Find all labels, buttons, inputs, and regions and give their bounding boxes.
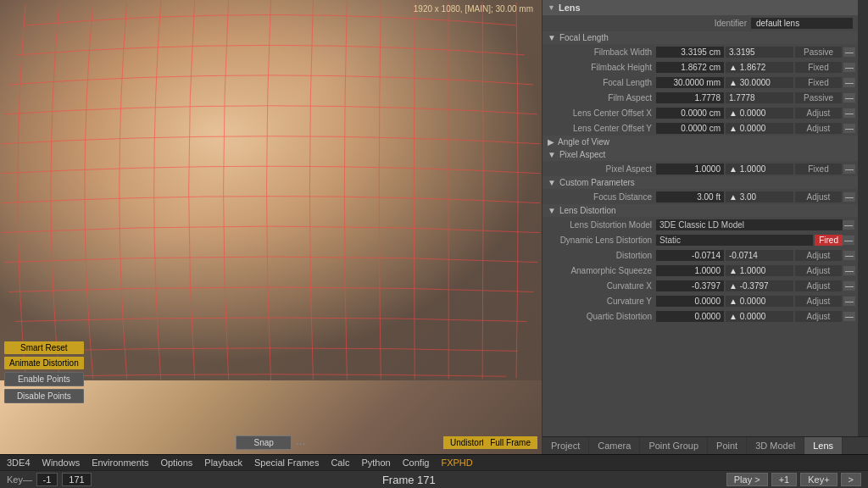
snap-button[interactable]: Snap xyxy=(236,435,291,450)
plus-one-button[interactable]: +1 xyxy=(771,473,798,486)
tab-point[interactable]: Point xyxy=(708,437,747,454)
lens-center-y-value1[interactable]: 0.0000 cm xyxy=(656,123,724,134)
focal-length-btn[interactable]: — xyxy=(843,78,855,87)
pixel-aspect-value2[interactable]: ▲ 1.0000 xyxy=(726,164,793,175)
menu-config[interactable]: Config xyxy=(400,457,432,469)
focus-distance-btn[interactable]: — xyxy=(843,192,855,202)
filmback-height-value1[interactable]: 1.8672 cm xyxy=(656,62,724,73)
lens-center-y-btn[interactable]: — xyxy=(843,124,855,133)
smart-reset-button[interactable]: Smart Reset xyxy=(4,341,84,354)
anamorphic-row: Anamorphic Squeeze 1.0000 ▲ 1.0000 Adjus… xyxy=(542,263,858,278)
film-aspect-btn[interactable]: — xyxy=(843,93,855,103)
lens-center-x-value1[interactable]: 0.0000 cm xyxy=(656,108,724,119)
curvature-y-mode[interactable]: Adjust xyxy=(795,296,842,307)
tab-3d-model[interactable]: 3D Model xyxy=(747,437,804,454)
bottom-bar: Key— Frame 171 Play > +1 Key+ > xyxy=(0,470,868,488)
distortion-value2[interactable]: -0.0714 xyxy=(726,250,793,261)
enable-points-button[interactable]: Enable Points xyxy=(4,372,84,386)
film-aspect-value1[interactable]: 1.7778 xyxy=(656,92,724,103)
focus-distance-mode[interactable]: Adjust xyxy=(795,191,842,202)
viewport-label: 1920 x 1080, [MAIN]; 30.00 mm xyxy=(414,4,533,14)
right-panel-scrollbar[interactable] xyxy=(858,0,868,436)
identifier-value[interactable]: default lens xyxy=(751,18,853,29)
tab-lens[interactable]: Lens xyxy=(804,437,843,454)
key-plus-button[interactable]: Key+ xyxy=(800,473,837,486)
lens-center-y-value2[interactable]: ▲ 0.0000 xyxy=(726,123,793,134)
pixel-aspect-btn[interactable]: — xyxy=(843,164,855,174)
curvature-x-value1[interactable]: -0.3797 xyxy=(656,280,724,291)
focal-length-value1[interactable]: 30.0000 mm xyxy=(656,77,724,88)
pixel-aspect-mode[interactable]: Fixed xyxy=(795,164,842,175)
quartic-value1[interactable]: 0.0000 xyxy=(656,311,724,322)
focus-distance-row: Focus Distance 3.00 ft ▲ 3.00 Adjust — xyxy=(542,189,858,204)
filmback-height-value2[interactable]: ▲ 1.8672 xyxy=(726,62,793,73)
tab-camera[interactable]: Camera xyxy=(589,437,640,454)
distortion-btn[interactable]: — xyxy=(843,251,855,260)
focus-distance-value1[interactable]: 3.00 ft xyxy=(656,191,724,202)
menu-windows[interactable]: Windows xyxy=(40,457,83,469)
focal-length-mode[interactable]: Fixed xyxy=(795,77,842,88)
menu-fxphd[interactable]: FXPHD xyxy=(438,457,475,469)
curvature-x-mode[interactable]: Adjust xyxy=(795,280,842,291)
lens-distortion-model-value[interactable]: 3DE Classic LD Model xyxy=(656,219,843,230)
anamorphic-value1[interactable]: 1.0000 xyxy=(656,265,724,276)
menu-options[interactable]: Options xyxy=(158,457,195,469)
chevron-button[interactable]: > xyxy=(841,473,861,486)
disable-points-button[interactable]: Disable Points xyxy=(4,389,84,403)
lens-center-y-mode[interactable]: Adjust xyxy=(795,123,842,134)
pixel-triangle-icon: ▼ xyxy=(548,150,556,159)
frame-input[interactable] xyxy=(62,473,92,486)
curvature-x-value2[interactable]: ▲ -0.3797 xyxy=(726,280,793,291)
curvature-y-btn[interactable]: — xyxy=(843,297,855,306)
pixel-aspect-value1[interactable]: 1.0000 xyxy=(656,164,724,175)
lens-center-x-mode[interactable]: Adjust xyxy=(795,108,842,119)
aov-label: Angle of View xyxy=(558,137,609,147)
dynamic-lens-value[interactable]: Static xyxy=(656,235,813,246)
filmback-width-value2[interactable]: 3.3195 xyxy=(726,47,793,58)
menu-playback[interactable]: Playback xyxy=(202,457,245,469)
anamorphic-mode[interactable]: Adjust xyxy=(795,265,842,276)
lens-model-btn[interactable]: — xyxy=(843,220,854,230)
identifier-label: Identifier xyxy=(715,19,747,28)
tab-point-group[interactable]: Point Group xyxy=(640,437,708,454)
custom-params-header: ▼ Custom Parameters xyxy=(542,176,858,189)
play-button[interactable]: Play > xyxy=(726,473,768,486)
anamorphic-btn[interactable]: — xyxy=(843,266,855,275)
filmback-width-label: Filmback Width xyxy=(546,47,656,57)
play-controls: Play > +1 Key+ > xyxy=(726,473,861,486)
lens-center-x-value2[interactable]: ▲ 0.0000 xyxy=(726,108,793,119)
filmback-height-btn[interactable]: — xyxy=(843,63,855,72)
film-aspect-mode[interactable]: Passive xyxy=(795,92,842,103)
menu-3de4[interactable]: 3DE4 xyxy=(4,457,33,469)
distortion-mode[interactable]: Adjust xyxy=(795,250,842,261)
filmback-width-mode[interactable]: Passive xyxy=(795,47,842,58)
focus-distance-value2[interactable]: ▲ 3.00 xyxy=(726,191,793,202)
filmback-width-value1[interactable]: 3.3195 cm xyxy=(656,47,724,58)
distortion-value1[interactable]: -0.0714 xyxy=(656,250,724,261)
filmback-width-btn[interactable]: — xyxy=(843,47,855,57)
full-frame-button[interactable]: Full Frame xyxy=(483,436,537,449)
quartic-value2[interactable]: ▲ 0.0000 xyxy=(726,311,793,322)
anamorphic-value2[interactable]: ▲ 1.0000 xyxy=(726,265,793,276)
lens-center-y-label: Lens Center Offset Y xyxy=(546,124,656,133)
focal-length-param-label: Focal Length xyxy=(546,78,656,87)
tab-project[interactable]: Project xyxy=(542,437,589,454)
quartic-btn[interactable]: — xyxy=(843,312,855,321)
lens-center-x-btn[interactable]: — xyxy=(843,108,855,118)
curvature-x-btn[interactable]: — xyxy=(843,281,855,291)
filmback-height-row: Filmback Height 1.8672 cm ▲ 1.8672 Fixed… xyxy=(542,59,858,75)
animate-distortion-button[interactable]: Animate Distortion xyxy=(4,357,84,369)
menu-special-frames[interactable]: Special Frames xyxy=(252,457,321,469)
lens-section-header: ▼ Lens xyxy=(542,0,858,15)
curvature-y-value2[interactable]: ▲ 0.0000 xyxy=(726,296,793,307)
menu-environments[interactable]: Environments xyxy=(89,457,151,469)
film-aspect-value2[interactable]: 1.7778 xyxy=(726,92,793,103)
curvature-y-value1[interactable]: 0.0000 xyxy=(656,296,724,307)
dynamic-lens-btn[interactable]: — xyxy=(843,236,854,245)
focal-length-value2[interactable]: ▲ 30.0000 xyxy=(726,77,793,88)
quartic-mode[interactable]: Adjust xyxy=(795,311,842,322)
menu-calc[interactable]: Calc xyxy=(328,457,352,469)
filmback-height-mode[interactable]: Fixed xyxy=(795,62,842,73)
menu-python[interactable]: Python xyxy=(359,457,392,469)
key-value-input[interactable] xyxy=(36,473,58,486)
